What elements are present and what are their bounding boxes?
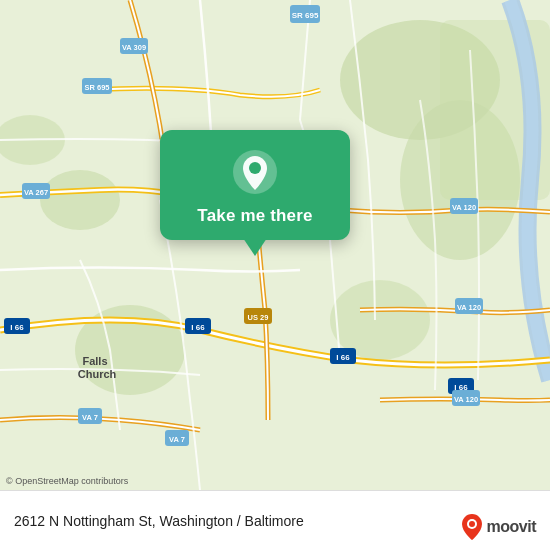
svg-text:VA 7: VA 7 (82, 413, 98, 422)
svg-text:I 66: I 66 (191, 323, 205, 332)
svg-text:SR 695: SR 695 (292, 11, 319, 20)
svg-text:VA 309: VA 309 (122, 43, 146, 52)
svg-text:US 29: US 29 (248, 313, 269, 322)
map-container[interactable]: SR 695 VA 309 VA 267 SR 695 I 66 I 66 I … (0, 0, 550, 490)
svg-text:Church: Church (78, 368, 117, 380)
popup-label: Take me there (197, 206, 312, 226)
svg-text:I 66: I 66 (10, 323, 24, 332)
svg-point-41 (469, 521, 475, 527)
popup-card[interactable]: Take me there (160, 130, 350, 240)
location-pin-icon (231, 148, 279, 196)
svg-point-39 (249, 162, 261, 174)
svg-text:SR 695: SR 695 (84, 83, 109, 92)
svg-text:VA 120: VA 120 (457, 303, 481, 312)
moovit-pin-icon (461, 514, 483, 540)
svg-text:I 66: I 66 (336, 353, 350, 362)
svg-text:VA 120: VA 120 (452, 203, 476, 212)
moovit-text: moovit (487, 518, 536, 536)
svg-text:VA 7: VA 7 (169, 435, 185, 444)
svg-text:Falls: Falls (82, 355, 107, 367)
osm-credit: © OpenStreetMap contributors (6, 476, 128, 486)
moovit-logo: moovit (461, 514, 536, 540)
svg-text:VA 267: VA 267 (24, 188, 48, 197)
svg-point-4 (40, 170, 120, 230)
svg-text:VA 120: VA 120 (454, 395, 478, 404)
bottom-bar: 2612 N Nottingham St, Washington / Balti… (0, 490, 550, 550)
address-label: 2612 N Nottingham St, Washington / Balti… (14, 513, 304, 529)
